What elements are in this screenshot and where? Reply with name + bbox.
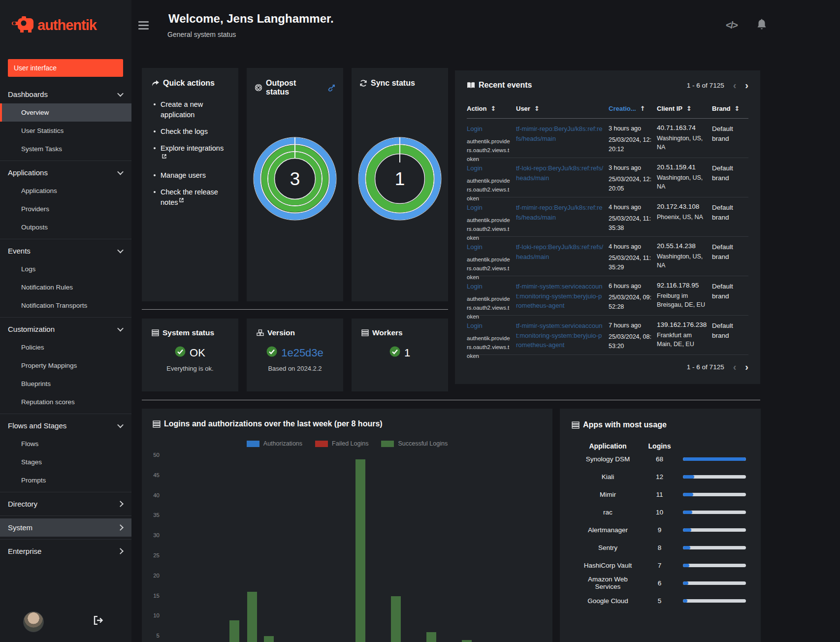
column-header-brand[interactable]: Brand↕ [712, 105, 748, 112]
nav-header-enterprise[interactable]: Enterprise [0, 542, 131, 560]
sidebar-item-property-mappings[interactable]: Property Mappings [0, 356, 131, 375]
nav-section-system: System [0, 516, 131, 540]
app-name: Kiali [580, 473, 636, 481]
sidebar-item-notification-transports[interactable]: Notification Transports [0, 296, 131, 315]
workers-value: 1 [404, 347, 410, 359]
sidebar-item-system-tasks[interactable]: System Tasks [0, 140, 131, 158]
next-page-icon[interactable]: › [745, 80, 748, 90]
sort-icon: ↕ [686, 105, 692, 112]
api-code-icon[interactable]: </> [726, 20, 737, 31]
nav-header-directory[interactable]: Directory [0, 495, 131, 513]
event-user-link[interactable]: tf-mimir-repo:BeryJu/k8s:ref:refs/heads/… [516, 125, 603, 142]
nav-header-applications[interactable]: Applications [0, 163, 131, 182]
pagination-bottom: 1 - 6 of 7125 ‹ › [687, 362, 748, 372]
bar-successful-logins [426, 632, 436, 642]
explore-integrations-link[interactable]: Explore integrations [161, 144, 224, 162]
sidebar-item-prompts[interactable]: Prompts [0, 471, 131, 489]
avatar[interactable] [23, 611, 44, 632]
nav-section-events: Events Logs Notification Rules Notificat… [0, 239, 131, 318]
event-action-link[interactable]: Login [467, 164, 483, 172]
sidebar-item-providers[interactable]: Providers [0, 200, 131, 218]
app-logins-count: 10 [646, 509, 673, 516]
manage-users-link[interactable]: Manage users [161, 171, 206, 179]
app-usage-progressbar [683, 546, 746, 549]
app-usage-progressbar [683, 457, 746, 461]
event-action-cell: Loginauthentik.providers.oauth2.views.to… [467, 203, 516, 243]
nav-header-flows-and-stages[interactable]: Flows and Stages [0, 417, 131, 435]
event-action-context: authentik.providers.oauth2.views.token [467, 334, 511, 361]
column-header-client-ip[interactable]: Client IP↕ [657, 105, 712, 112]
nav-section-directory: Directory [0, 492, 131, 516]
event-user-link[interactable]: tf-loki-repo:BeryJu/k8s:ref:refs/heads/m… [516, 164, 603, 182]
sync-status-title: Sync status [371, 79, 415, 88]
y-axis-tick: 15 [146, 593, 160, 599]
column-header-creation[interactable]: Creatio...↑ [609, 105, 657, 112]
event-row: Loginauthentik.providers.oauth2.views.to… [467, 237, 748, 276]
event-action-link[interactable]: Login [467, 204, 483, 211]
create-application-link[interactable]: Create a new application [161, 100, 203, 119]
event-user-link[interactable]: tf-mimir-system:serviceaccount:monitorin… [516, 322, 603, 349]
event-brand-cell: Default brand [712, 124, 748, 164]
chevron-down-icon [117, 91, 124, 97]
sidebar-item-outposts[interactable]: Outposts [0, 218, 131, 236]
sidebar-item-applications[interactable]: Applications [0, 182, 131, 200]
app-usage-progress-fill [683, 546, 690, 549]
sidebar-item-blueprints[interactable]: Blueprints [0, 375, 131, 393]
event-action-link[interactable]: Login [467, 125, 483, 132]
event-action-link[interactable]: Login [467, 283, 483, 290]
event-user-link[interactable]: tf-mimir-system:serviceaccount:monitorin… [516, 283, 603, 309]
events-table-body: Loginauthentik.providers.oauth2.views.to… [467, 119, 748, 355]
app-usage-row: Amazon Web Services6 [572, 574, 749, 592]
nav-header-customization[interactable]: Customization [0, 320, 131, 338]
prev-page-icon[interactable]: ‹ [733, 362, 737, 372]
link-icon[interactable] [328, 84, 335, 92]
logout-icon[interactable] [94, 616, 103, 627]
hamburger-menu-icon[interactable] [138, 21, 149, 30]
event-action-link[interactable]: Login [467, 243, 483, 251]
app-logins-count: 11 [646, 491, 673, 498]
sidebar-item-overview[interactable]: Overview [0, 103, 131, 122]
chevron-right-icon [117, 501, 124, 507]
nav-header-events[interactable]: Events [0, 242, 131, 260]
user-interface-button[interactable]: User interface [8, 59, 123, 77]
event-action-cell: Loginauthentik.providers.oauth2.views.to… [467, 282, 516, 321]
prev-page-icon[interactable]: ‹ [733, 80, 737, 90]
version-link[interactable]: 1e25d3e [281, 347, 323, 359]
sidebar-item-logs[interactable]: Logs [0, 260, 131, 278]
app-usage-progress-fill [683, 475, 694, 479]
quick-actions-title: Quick actions [163, 79, 215, 88]
column-header-action[interactable]: Action↕ [467, 105, 516, 112]
event-user-cell: tf-mimir-repo:BeryJu/k8s:ref:refs/heads/… [516, 203, 609, 243]
app-logins-count: 8 [646, 544, 673, 551]
check-logs-link[interactable]: Check the logs [161, 128, 208, 135]
nav-header-system[interactable]: System [0, 518, 131, 537]
list-item: Manage users [152, 170, 228, 181]
chevron-right-icon [117, 548, 124, 554]
notifications-bell-icon[interactable] [756, 19, 767, 32]
authentik-logo[interactable]: authentik [12, 13, 120, 37]
event-action-link[interactable]: Login [467, 322, 483, 329]
list-item: Create a new application [152, 99, 228, 120]
event-user-cell: tf-loki-repo:BeryJu/k8s:ref:refs/heads/m… [516, 242, 609, 282]
sidebar-item-notification-rules[interactable]: Notification Rules [0, 278, 131, 296]
column-header-application: Application [580, 442, 636, 450]
sync-status-card: Sync status 1 [352, 68, 448, 301]
apps-usage-card: Apps with most usage Application Logins … [560, 409, 761, 642]
release-notes-link[interactable]: Check the release notes [161, 188, 218, 206]
sidebar-item-stages[interactable]: Stages [0, 453, 131, 471]
event-user-link[interactable]: tf-loki-repo:BeryJu/k8s:ref:refs/heads/m… [516, 243, 603, 260]
app-name: Synology DSM [580, 455, 636, 463]
sidebar-item-reputation-scores[interactable]: Reputation scores [0, 393, 131, 411]
sidebar-item-user-statistics[interactable]: User Statistics [0, 122, 131, 140]
sidebar-item-flows[interactable]: Flows [0, 435, 131, 453]
next-page-icon[interactable]: › [745, 362, 748, 372]
event-creation-cell: 3 hours ago25/03/2024, 12:20:05 [609, 163, 657, 203]
sidebar-item-policies[interactable]: Policies [0, 338, 131, 356]
event-action-cell: Loginauthentik.providers.oauth2.views.to… [467, 242, 516, 282]
chart-plot-area: 5045403530252015105 [142, 409, 552, 642]
sync-icon [359, 79, 367, 87]
nav-header-dashboards[interactable]: Dashboards [0, 85, 131, 103]
column-header-user[interactable]: User↕ [516, 105, 609, 112]
y-axis-tick: 25 [146, 552, 160, 558]
event-user-link[interactable]: tf-mimir-repo:BeryJu/k8s:ref:refs/heads/… [516, 204, 603, 221]
